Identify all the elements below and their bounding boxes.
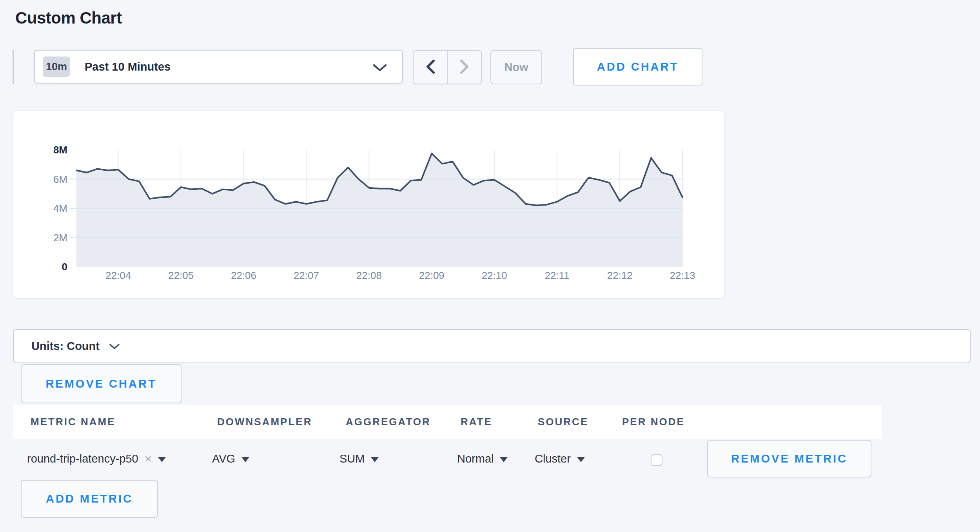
svg-text:22:11: 22:11	[545, 270, 570, 281]
metric-name-dropdown[interactable]: round-trip-latency-p50 ×	[27, 439, 166, 478]
units-dropdown[interactable]: Units: Count	[13, 329, 971, 363]
units-label: Units: Count	[31, 340, 100, 353]
svg-text:6M: 6M	[53, 173, 67, 185]
time-prev-button[interactable]	[414, 51, 448, 84]
metrics-table-header: METRIC NAME DOWNSAMPLER AGGREGATOR RATE …	[13, 405, 882, 439]
svg-text:22:10: 22:10	[482, 270, 507, 281]
svg-text:22:12: 22:12	[607, 270, 633, 281]
source-dropdown[interactable]: Cluster	[535, 439, 585, 478]
downsampler-value: AVG	[212, 452, 235, 465]
chevron-down-icon	[372, 64, 387, 74]
column-header-downsampler: DOWNSAMPLER	[217, 405, 312, 439]
time-range-label: Past 10 Minutes	[85, 60, 171, 73]
svg-text:0: 0	[62, 261, 67, 273]
time-range-dropdown[interactable]: 10m Past 10 Minutes	[34, 50, 403, 84]
timeseries-area-chart[interactable]: 22:0422:0522:0622:0722:0822:0922:1022:11…	[13, 111, 724, 298]
svg-text:22:13: 22:13	[670, 270, 695, 281]
svg-text:22:08: 22:08	[356, 270, 382, 281]
chevron-right-icon	[459, 59, 470, 76]
chevron-left-icon	[425, 59, 436, 76]
aggregator-value: SUM	[339, 452, 365, 465]
now-button[interactable]: Now	[490, 50, 542, 84]
chart-card: 22:0422:0522:0622:0722:0822:0922:1022:11…	[13, 111, 724, 298]
column-header-per-node: PER NODE	[622, 405, 685, 439]
aggregator-dropdown[interactable]: SUM	[339, 439, 379, 478]
column-header-rate: RATE	[461, 405, 492, 439]
toolbar-left-divider	[13, 50, 14, 84]
remove-chart-button[interactable]: REMOVE CHART	[21, 364, 181, 403]
svg-text:22:07: 22:07	[294, 270, 319, 281]
rate-value: Normal	[457, 452, 494, 465]
source-value: Cluster	[535, 452, 571, 465]
svg-text:22:06: 22:06	[231, 270, 256, 281]
svg-text:2M: 2M	[53, 232, 67, 244]
downsampler-dropdown[interactable]: AVG	[212, 439, 249, 478]
chevron-down-icon	[109, 343, 120, 351]
chart-area-fill	[76, 153, 682, 267]
caret-down-icon	[500, 457, 508, 462]
remove-metric-button[interactable]: REMOVE METRIC	[707, 440, 871, 477]
svg-text:22:04: 22:04	[105, 270, 131, 281]
add-metric-button[interactable]: ADD METRIC	[21, 480, 158, 518]
add-chart-button[interactable]: ADD CHART	[573, 48, 702, 86]
rate-dropdown[interactable]: Normal	[457, 439, 508, 478]
time-range-badge: 10m	[43, 56, 70, 77]
metric-name-value: round-trip-latency-p50	[27, 452, 138, 465]
caret-down-icon	[577, 457, 585, 462]
caret-down-icon	[241, 457, 249, 462]
svg-text:8M: 8M	[53, 144, 67, 156]
time-nav-group	[413, 50, 482, 84]
column-header-metric-name: METRIC NAME	[31, 405, 115, 439]
svg-text:22:05: 22:05	[168, 270, 194, 281]
svg-text:22:09: 22:09	[419, 270, 445, 281]
clear-metric-icon[interactable]: ×	[145, 452, 152, 465]
column-header-aggregator: AGGREGATOR	[346, 405, 431, 439]
per-node-checkbox[interactable]	[651, 454, 662, 466]
svg-text:4M: 4M	[53, 202, 67, 214]
time-next-button[interactable]	[448, 51, 481, 84]
page-title: Custom Chart	[15, 9, 122, 27]
caret-down-icon	[158, 457, 166, 462]
caret-down-icon	[371, 457, 379, 462]
column-header-source: SOURCE	[538, 405, 588, 439]
